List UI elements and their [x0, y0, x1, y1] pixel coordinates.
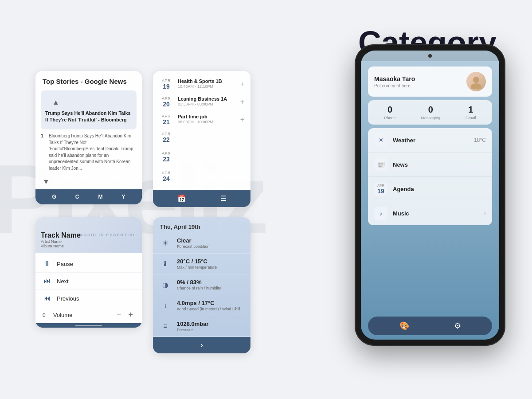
chevron-up-button[interactable]: ▲ [51, 98, 61, 107]
agenda-add-1[interactable]: + [240, 98, 244, 106]
news-headline: Trump Says He'll Abandon Kim Talks If Th… [45, 110, 132, 124]
weather-temp-info: 20°C / 15°C Max / min temperature [177, 258, 217, 270]
weather-menu-icon: ☀ [374, 133, 387, 147]
chevron-down-button[interactable]: ▼ [41, 177, 51, 187]
next-icon: ⏭ [43, 277, 51, 285]
weather-pressure-info: 1028.0mbar Pressure [177, 321, 209, 332]
humidity-icon: ◑ [159, 278, 172, 291]
phone-device: Masaoka Taro Put comment here. 0 Phone [346, 44, 514, 364]
agenda-row-3: APR 22 [153, 129, 250, 148]
agenda-footer: 📅 ☰ [153, 190, 250, 207]
weather-wind-info: 4.0mps / 17°C Wind Speed (in meters) / W… [177, 300, 240, 311]
stat-phone: 0 Phone [384, 105, 395, 120]
calendar-icon[interactable]: 📅 [177, 194, 186, 203]
list-icon[interactable]: ☰ [220, 194, 227, 203]
profile-card: Masaoka Taro Put comment here. [368, 66, 492, 97]
avatar [466, 72, 486, 91]
settings-icon[interactable]: ⚙ [454, 321, 461, 331]
weather-next-button[interactable]: › [200, 340, 203, 350]
weather-date: Thu, April 19th [160, 223, 243, 230]
music-menu-label: Music [393, 210, 479, 217]
news-menu-label: News [393, 161, 486, 168]
news-source-y[interactable]: Y [121, 194, 125, 200]
weather-condition-info: Clear Forecast condition [177, 237, 210, 249]
phone-bottom-bar: 🎨 ⚙ [368, 317, 492, 335]
news-footer: G C M Y [35, 189, 142, 204]
music-album-info: Track Name Artist Name Album Name [41, 231, 81, 248]
weather-header: Thu, April 19th [153, 217, 250, 233]
agenda-row-5: APR 24 [153, 168, 250, 187]
music-footer [35, 323, 142, 328]
agenda-event-2: Part time job 06:00PM - 10:00PM [178, 114, 236, 124]
phone-menu: ☀ Weather 18°C 📰 News APR 19 Agenda [368, 128, 492, 225]
agenda-date-3: APR 22 [159, 132, 173, 143]
news-source-c[interactable]: C [75, 194, 79, 200]
agenda-row-1: APR 20 Leaning Business 1A 01:30PM - 03:… [153, 93, 250, 111]
phone-top-bar [361, 51, 499, 61]
agenda-date-5: APR 24 [159, 171, 173, 182]
menu-item-weather[interactable]: ☀ Weather 18°C [368, 128, 492, 153]
music-previous-row[interactable]: ⏮ Previous [35, 290, 142, 307]
news-source-m[interactable]: M [98, 194, 102, 200]
news-article: ▲ Trump Says He'll Abandon Kim Talks If … [41, 90, 137, 130]
news-number: 1 [41, 133, 46, 138]
agenda-row-0: APR 19 Health & Sports 1B 10:40AM - 12:1… [153, 75, 250, 93]
pressure-icon: ≡ [159, 320, 172, 332]
wind-icon: ↓ [159, 299, 172, 312]
agenda-event-5 [178, 171, 244, 184]
profile-comment: Put comment here. [374, 83, 462, 88]
agenda-list: APR 19 Health & Sports 1B 10:40AM - 12:1… [153, 71, 250, 190]
pause-icon: ⏸ [43, 260, 51, 268]
news-source-g[interactable]: G [52, 194, 56, 200]
weather-condition-row: ☀ Clear Forecast condition [153, 233, 250, 254]
music-menu-chevron: › [484, 210, 486, 216]
volume-increase-button[interactable]: + [126, 310, 135, 320]
agenda-menu-label: Agenda [393, 186, 486, 192]
music-album-art: Track Name Artist Name Album Name MUSIC … [35, 217, 142, 253]
agenda-date-1: APR 20 [159, 96, 173, 108]
music-next-row[interactable]: ⏭ Next [35, 273, 142, 290]
agenda-menu-icon: APR 19 [374, 182, 387, 196]
news-menu-icon: 📰 [374, 158, 387, 171]
pause-label: Pause [57, 261, 73, 267]
phone-body: Masaoka Taro Put comment here. 0 Phone [355, 44, 505, 346]
agenda-event-0: Health & Sports 1B 10:40AM - 12:10PM [178, 78, 236, 89]
weather-pressure-row: ≡ 1028.0mbar Pressure [153, 316, 250, 337]
agenda-add-2[interactable]: + [240, 116, 244, 124]
profile-name: Masaoka Taro [374, 75, 462, 82]
music-track-name: Track Name [41, 231, 81, 239]
music-artist-name: Artist Name [41, 239, 81, 244]
agenda-add-0[interactable]: + [240, 80, 244, 88]
phone-camera [428, 54, 432, 58]
agenda-event-3 [178, 132, 244, 145]
agenda-row-2: APR 21 Part time job 06:00PM - 10:00PM + [153, 111, 250, 129]
phone-screen: Masaoka Taro Put comment here. 0 Phone [361, 51, 499, 340]
music-pause-row[interactable]: ⏸ Pause [35, 255, 142, 273]
menu-item-news[interactable]: 📰 News [368, 153, 492, 177]
palette-icon[interactable]: 🎨 [399, 321, 409, 331]
menu-item-music[interactable]: ♪ Music › [368, 201, 492, 225]
music-volume-row: 0 Volume − + [35, 307, 142, 323]
weather-rain-row: ◑ 0% / 83% Chance of rain / humidity [153, 274, 250, 295]
weather-wind-row: ↓ 4.0mps / 17°C Wind Speed (in meters) /… [153, 295, 250, 316]
news-widget: Top Stories - Google News ▲ Trump Says H… [35, 71, 142, 204]
stat-gmail: 1 Gmail [466, 105, 476, 120]
news-meta: 1 BloombergTrump Says He'll Abandon Kim … [41, 133, 137, 172]
svg-point-1 [471, 83, 481, 89]
weather-rain-info: 0% / 83% Chance of rain / humidity [177, 279, 221, 290]
agenda-row-4: APR 23 [153, 148, 250, 168]
weather-menu-value: 18°C [474, 137, 486, 143]
agenda-widget: APR 19 Health & Sports 1B 10:40AM - 12:1… [153, 71, 250, 207]
weather-menu-label: Weather [393, 137, 469, 144]
music-album-name: Album Name [41, 244, 81, 248]
volume-decrease-button[interactable]: − [115, 310, 123, 320]
agenda-event-1: Leaning Business 1A 01:30PM - 03:00PM [178, 96, 236, 106]
news-chevron-up[interactable]: ▲ [45, 95, 132, 110]
menu-item-agenda[interactable]: APR 19 Agenda [368, 177, 492, 201]
music-menu-icon: ♪ [374, 207, 387, 220]
stats-row: 0 Phone 0 Messaging 1 Gmail [368, 100, 492, 125]
previous-icon: ⏮ [43, 294, 51, 302]
stat-messaging: 0 Messaging [421, 105, 440, 120]
agenda-date-2: APR 21 [159, 114, 173, 125]
agenda-date-4: APR 23 [159, 151, 173, 163]
